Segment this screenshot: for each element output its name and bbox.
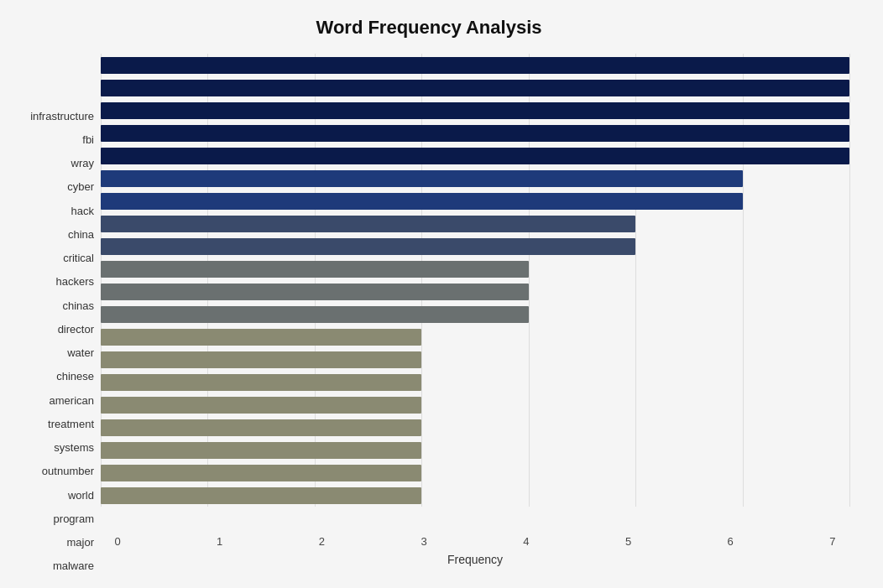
bar-row: [101, 329, 849, 346]
grid-line-6: [743, 54, 744, 507]
x-tick-4: 4: [509, 535, 543, 548]
bar-row: [101, 419, 849, 436]
bar-hackers: [101, 216, 635, 232]
y-label-fbi: fbi: [17, 128, 94, 151]
bar-systems: [101, 374, 421, 391]
x-axis: 01234567: [101, 535, 849, 548]
y-label-program: program: [17, 507, 94, 530]
bar-row: [101, 284, 849, 300]
y-label-american: american: [17, 389, 94, 412]
bar-row: [101, 261, 849, 278]
bar-chinas: [101, 238, 635, 255]
y-label-systems: systems: [17, 436, 94, 459]
y-label-hackers: hackers: [17, 270, 94, 293]
y-label-critical: critical: [17, 247, 94, 269]
bar-row: [101, 216, 849, 232]
x-axis-label: Frequency: [101, 553, 849, 566]
bar-row: [101, 465, 849, 481]
bar-major: [101, 465, 421, 481]
x-tick-2: 2: [305, 535, 338, 548]
y-label-china: china: [17, 223, 94, 246]
y-label-director: director: [17, 318, 94, 341]
bar-fbi: [101, 80, 849, 96]
bar-treatment: [101, 351, 421, 368]
bar-row: [101, 442, 849, 459]
y-label-infrastructure: infrastructure: [17, 105, 94, 127]
y-label-outnumber: outnumber: [17, 460, 94, 482]
y-label-cyber: cyber: [17, 175, 94, 198]
bar-row: [101, 170, 849, 187]
grid-line-7: [849, 54, 850, 507]
bar-row: [101, 102, 849, 119]
bar-critical: [101, 193, 743, 210]
bar-wray: [101, 102, 849, 119]
bar-row: [101, 397, 849, 414]
bar-row: [101, 306, 849, 323]
y-label-treatment: treatment: [17, 413, 94, 435]
bars-container: [101, 54, 849, 507]
y-label-world: world: [17, 484, 94, 507]
bar-hack: [101, 148, 849, 164]
bar-chinese: [101, 306, 529, 323]
grid-lines: [101, 54, 849, 507]
bar-infrastructure: [101, 57, 849, 74]
y-label-wray: wray: [17, 152, 94, 174]
bar-row: [101, 374, 849, 391]
bar-outnumber: [101, 397, 421, 414]
y-label-chinas: chinas: [17, 294, 94, 317]
x-tick-3: 3: [407, 535, 441, 548]
grid-line-3: [421, 54, 422, 507]
bar-row: [101, 80, 849, 96]
bar-program: [101, 442, 421, 459]
bar-cyber: [101, 125, 849, 142]
x-tick-5: 5: [612, 535, 645, 548]
bar-row: [101, 125, 849, 142]
y-label-water: water: [17, 341, 94, 364]
bar-water: [101, 284, 529, 300]
x-tick-6: 6: [713, 535, 747, 548]
bar-american: [101, 329, 421, 346]
grid-line-4: [529, 54, 530, 507]
bar-row: [101, 148, 849, 164]
bar-row: [101, 238, 849, 255]
y-label-malware: malware: [17, 554, 94, 577]
y-axis-labels: infrastructurefbiwraycyberhackchinacriti…: [17, 104, 101, 578]
x-tick-0: 0: [101, 535, 134, 548]
grid-line-2: [315, 54, 316, 507]
y-label-hack: hack: [17, 200, 94, 222]
bars-section: [101, 54, 849, 507]
x-tick-7: 7: [816, 535, 849, 548]
bar-row: [101, 487, 849, 504]
bar-malware: [101, 487, 421, 504]
grid-line-0: [101, 54, 102, 507]
y-label-major: major: [17, 531, 94, 554]
bar-row: [101, 193, 849, 210]
bar-director: [101, 261, 529, 278]
bar-world: [101, 419, 421, 436]
grid-line-5: [635, 54, 636, 507]
chart-container: Word Frequency Analysis infrastructurefb…: [0, 0, 883, 588]
bar-row: [101, 351, 849, 368]
chart-title: Word Frequency Analysis: [8, 17, 849, 39]
bar-china: [101, 170, 743, 187]
x-tick-1: 1: [203, 535, 237, 548]
bar-row: [101, 57, 849, 74]
grid-line-1: [207, 54, 208, 507]
y-label-chinese: chinese: [17, 365, 94, 388]
